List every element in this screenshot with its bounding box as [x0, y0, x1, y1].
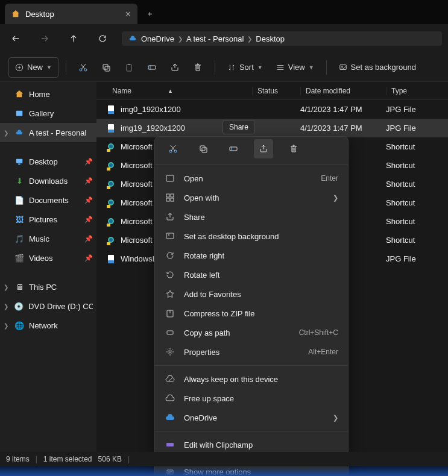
jpg-file-icon	[106, 124, 116, 133]
file-type: JPG File	[386, 105, 448, 114]
nav-bar: OneDrive ❯ A test - Personal ❯ Desktop	[0, 24, 448, 53]
ctx-open[interactable]: OpenEnter	[155, 169, 348, 188]
bc-desktop[interactable]: Desktop	[256, 34, 285, 43]
close-icon[interactable]: ✕	[125, 10, 131, 19]
network-icon: 🌐	[14, 321, 24, 330]
ctx-fav[interactable]: Add to Favorites	[155, 284, 348, 304]
col-status[interactable]: Status	[252, 87, 300, 95]
ctx-delete-button[interactable]	[284, 139, 303, 158]
svg-rect-43	[166, 194, 169, 197]
col-name[interactable]: Name▲	[96, 87, 252, 95]
ctx-copy-button[interactable]	[194, 139, 213, 158]
svg-rect-5	[127, 64, 131, 71]
svg-rect-7	[148, 66, 156, 69]
edge-shortcut-icon	[106, 217, 116, 227]
share-button[interactable]	[165, 57, 185, 78]
col-type[interactable]: Type	[386, 87, 448, 95]
bc-onedrive[interactable]: OneDrive	[141, 34, 174, 43]
delete-button[interactable]	[188, 57, 207, 78]
new-tab-button[interactable]: ＋	[140, 4, 160, 24]
properties-icon	[165, 346, 175, 357]
jpg-file-icon	[106, 254, 116, 264]
svg-rect-22	[107, 168, 110, 171]
sidebar-item-desktop[interactable]: Desktop📌	[0, 152, 96, 171]
svg-rect-46	[171, 198, 174, 201]
pin-icon: 📌	[84, 235, 93, 243]
svg-rect-4	[105, 66, 110, 71]
sidebar-item-atest[interactable]: ❯A test - Personal	[0, 123, 96, 142]
ctx-rename-button[interactable]	[224, 139, 243, 158]
refresh-button[interactable]	[93, 29, 112, 48]
chevron-right-icon[interactable]: ❯	[4, 322, 10, 329]
edge-shortcut-icon	[106, 180, 116, 189]
table-row[interactable]: img19_1920x12004/1/2023 1:47 PMJPG File	[96, 119, 448, 137]
chevron-right-icon[interactable]: ❯	[4, 303, 9, 310]
documents-icon: 📄	[14, 195, 24, 205]
home-icon	[11, 9, 21, 19]
view-button[interactable]: View ▼	[271, 57, 319, 78]
file-type: JPG File	[386, 124, 448, 133]
sort-button[interactable]: Sort ▼	[222, 57, 268, 78]
tooltip-share: Share	[222, 120, 255, 134]
sidebar-item-home[interactable]: Home	[0, 84, 96, 104]
ctx-openwith[interactable]: Open with❯	[155, 188, 348, 207]
chevron-right-icon[interactable]: ❯	[4, 130, 10, 136]
status-selected: 1 item selected	[43, 455, 92, 463]
back-button[interactable]	[6, 29, 25, 48]
ctx-cut-button[interactable]	[163, 139, 183, 158]
chevron-right-icon: ❯	[333, 194, 338, 202]
pin-icon: 📌	[84, 196, 93, 204]
ctx-setbg[interactable]: Set as desktop background	[155, 227, 348, 246]
file-date: 4/1/2023 1:47 PM	[300, 105, 386, 114]
ctx-props[interactable]: PropertiesAlt+Enter	[155, 342, 348, 362]
svg-point-18	[109, 145, 113, 148]
forward-button[interactable]	[35, 29, 54, 48]
tab-bar: Desktop ✕ ＋	[0, 0, 448, 24]
star-icon	[165, 289, 175, 299]
ctx-zip[interactable]: Compress to ZIP file	[155, 304, 348, 323]
breadcrumb[interactable]: OneDrive ❯ A test - Personal ❯ Desktop	[122, 31, 442, 46]
chevron-right-icon: ❯	[178, 36, 183, 42]
ctx-rotr[interactable]: Rotate right	[155, 246, 348, 265]
disc-icon: 💿	[14, 301, 24, 311]
svg-point-30	[109, 219, 113, 223]
ctx-copypath[interactable]: Copy as pathCtrl+Shift+C	[155, 323, 348, 342]
pin-icon: 📌	[84, 216, 93, 224]
sidebar-item-music[interactable]: 🎵Music📌	[0, 229, 96, 248]
edge-shortcut-icon	[106, 236, 116, 245]
copy-button[interactable]	[96, 57, 116, 78]
file-type: Shortcut	[386, 161, 448, 170]
ctx-keep[interactable]: Always keep on this device	[155, 369, 348, 389]
sidebar-item-thispc[interactable]: ❯🖥This PC	[0, 277, 96, 296]
sidebar-item-gallery[interactable]: Gallery	[0, 104, 96, 123]
jpg-file-icon	[106, 105, 116, 114]
svg-rect-31	[107, 224, 110, 227]
sidebar-item-videos[interactable]: 🎬Videos📌	[0, 248, 96, 268]
chevron-right-icon[interactable]: ❯	[4, 284, 10, 290]
svg-point-51	[169, 351, 171, 353]
pin-icon: 📌	[84, 177, 93, 185]
tab-desktop[interactable]: Desktop ✕	[5, 4, 137, 24]
ctx-share-button[interactable]	[254, 139, 273, 158]
new-button[interactable]: New ▼	[8, 57, 58, 78]
sidebar-item-pictures[interactable]: 🖼Pictures📌	[0, 210, 96, 229]
cut-button[interactable]	[74, 57, 93, 78]
col-date[interactable]: Date modified	[300, 87, 386, 95]
ctx-rotl[interactable]: Rotate left	[155, 265, 348, 284]
up-button[interactable]	[64, 29, 83, 48]
table-row[interactable]: img0_1920x12004/1/2023 1:47 PMJPG File	[96, 100, 448, 119]
ctx-freeup[interactable]: Free up space	[155, 389, 348, 408]
set-background-button[interactable]: Set as background	[334, 57, 421, 78]
svg-rect-12	[18, 164, 21, 165]
ctx-onedrive[interactable]: OneDrive❯	[155, 408, 348, 427]
sidebar-item-dvd[interactable]: ❯💿DVD Drive (D:) CCC	[0, 296, 96, 316]
paste-button[interactable]	[119, 57, 139, 78]
sidebar-item-network[interactable]: ❯🌐Network	[0, 316, 96, 335]
status-items: 9 items	[6, 455, 30, 463]
ctx-share[interactable]: Share	[155, 207, 348, 227]
sidebar-item-documents[interactable]: 📄Documents📌	[0, 190, 96, 210]
sidebar-item-downloads[interactable]: ⬇Downloads📌	[0, 171, 96, 190]
rename-button[interactable]	[142, 57, 162, 78]
sidebar: Home Gallery ❯A test - Personal Desktop📌…	[0, 82, 96, 452]
bc-atest[interactable]: A test - Personal	[186, 34, 244, 43]
